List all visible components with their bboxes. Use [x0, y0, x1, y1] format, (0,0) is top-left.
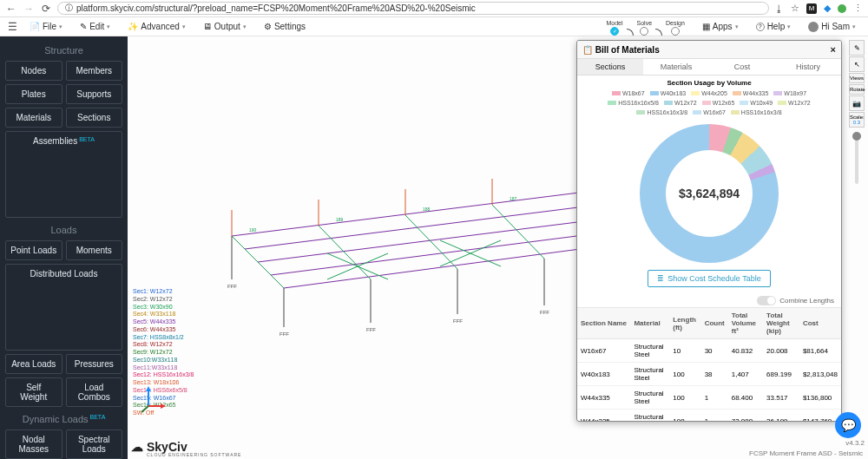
download-icon[interactable]: ⭳: [774, 3, 784, 14]
output-menu[interactable]: 🖥Output▾: [194, 22, 255, 31]
forward-button[interactable]: →: [23, 3, 35, 15]
extension-icon[interactable]: ◆: [824, 3, 831, 14]
chart-legend-item: W44x205: [691, 90, 727, 96]
table-header: Total Volume ft³: [728, 308, 763, 339]
views-button[interactable]: Views: [849, 73, 865, 83]
sections-button[interactable]: Sections: [66, 108, 123, 128]
section-legend-item: Sec8: W12x72: [133, 341, 194, 349]
tab-cost[interactable]: Cost: [709, 59, 775, 75]
url-text: platform.skyciv.com/structural/?preload_…: [76, 3, 476, 13]
app-toolbar: ☰ 📄File▾ ✎Edit▾ ✨Advanced▾ 🖥Output▾ ⚙Set…: [0, 17, 868, 36]
tab-history[interactable]: History: [775, 59, 841, 75]
table-row[interactable]: W44x335Structural Steel100168.40033.517$…: [577, 386, 841, 410]
pressures-button[interactable]: Pressures: [66, 354, 123, 374]
table-header: Cost: [799, 308, 841, 339]
profile-avatar[interactable]: [838, 4, 846, 13]
table-header: Length (ft): [669, 308, 700, 339]
svg-text:190: 190: [249, 227, 257, 233]
svg-text:188: 188: [423, 207, 431, 212]
logo-subtext: CLOUD ENGINEERING SOFTWARE: [147, 452, 241, 457]
pencil-tool-icon[interactable]: ✎: [849, 40, 865, 56]
chart-legend-item: W18x67: [612, 90, 645, 96]
view-rail: ✎ ↖ Views Rotate 📷 Scale:0.3: [849, 40, 865, 184]
chart-legend-item: W12x65: [702, 100, 735, 106]
nodal-masses-button[interactable]: Nodal Masses: [5, 429, 62, 459]
chart-legend-item: HSS16x16x3/8: [636, 109, 687, 115]
chart-legend-item: HSS16x16x3/8: [731, 109, 782, 115]
table-row[interactable]: W44x335Structural Steel108173.88036.199$…: [577, 410, 841, 422]
svg-marker-42: [161, 403, 166, 409]
user-menu[interactable]: Hi Sam▾: [799, 22, 865, 32]
materials-button[interactable]: Materials: [5, 108, 62, 128]
moments-button[interactable]: Moments: [66, 240, 123, 260]
sections-table: Section NameMaterialLength (ft)CountTota…: [577, 307, 841, 421]
section-legend-item: Sec11:W33x118: [133, 364, 194, 372]
chart-legend-item: HSS16x16x5/8: [608, 100, 659, 106]
area-loads-button[interactable]: Area Loads: [5, 354, 62, 374]
rotate-button[interactable]: Rotate: [849, 84, 865, 95]
table-header: Material: [630, 308, 669, 339]
section-legend-item: Sec10:W33x118: [133, 357, 194, 364]
bill-of-materials-panel: 📋 Bill of Materials × Sections Materials…: [576, 40, 842, 422]
donut-chart: $3,624,894: [640, 124, 779, 263]
help-menu[interactable]: ?Help▾: [747, 22, 800, 31]
svg-text:FFF: FFF: [366, 327, 376, 332]
bom-title: Bill of Materials: [595, 45, 660, 55]
apps-menu[interactable]: ▦Apps▾: [694, 22, 747, 31]
advanced-menu[interactable]: ✨Advanced▾: [119, 22, 194, 31]
scale-slider[interactable]: [855, 132, 858, 184]
menu-icon[interactable]: ⋮: [853, 3, 863, 14]
distributed-loads-button[interactable]: Distributed Loads: [5, 264, 122, 351]
menu-toggle-icon[interactable]: ☰: [3, 21, 21, 33]
plates-button[interactable]: Plates: [5, 84, 62, 104]
svg-text:189: 189: [336, 217, 344, 222]
section-legend-item: Sec6: W44x335: [133, 326, 194, 334]
file-menu[interactable]: 📄File▾: [21, 22, 71, 31]
section-legend-item: Sec9: W12x72: [133, 349, 194, 357]
svg-text:FFF: FFF: [540, 310, 549, 315]
edit-menu[interactable]: ✎Edit▾: [71, 22, 119, 31]
cloud-icon: ☁: [131, 440, 143, 454]
back-button[interactable]: ←: [5, 3, 17, 15]
load-combos-button[interactable]: Load Combos: [66, 377, 123, 407]
reload-button[interactable]: ⟳: [40, 3, 52, 15]
section-legend-item: Sec7: HSS8x8x1/2: [133, 334, 194, 342]
msd-design-dot[interactable]: [671, 27, 680, 36]
nodes-button[interactable]: Nodes: [5, 61, 62, 81]
table-header: Section Name: [577, 308, 630, 339]
point-loads-button[interactable]: Point Loads: [5, 240, 62, 260]
msd-solve-dot[interactable]: [640, 27, 648, 36]
browser-chrome: ← → ⟳ ⓘ platform.skyciv.com/structural/?…: [0, 0, 868, 17]
address-bar[interactable]: ⓘ platform.skyciv.com/structural/?preloa…: [57, 2, 769, 15]
chart-legend-item: W10x49: [740, 100, 773, 106]
section-legend-item: Sec12: HSS16x16x3/8: [133, 371, 194, 379]
tab-sections[interactable]: Sections: [577, 59, 643, 75]
combine-lengths-toggle[interactable]: [757, 296, 776, 305]
settings-menu[interactable]: ⚙Settings: [255, 22, 314, 31]
model-solve-design: Model Solve Design: [606, 18, 684, 36]
cursor-tool-icon[interactable]: ↖: [849, 56, 865, 72]
structure-heading: Structure: [5, 45, 122, 56]
supports-button[interactable]: Supports: [66, 84, 123, 104]
msd-model-dot[interactable]: [610, 27, 619, 36]
donut-center-value: $3,624,894: [666, 150, 753, 237]
tab-materials[interactable]: Materials: [643, 59, 709, 75]
table-row[interactable]: W40x183Structural Steel100381,407689.199…: [577, 363, 841, 386]
chart-legend: W18x67W40x183W44x205W44x335W18x97HSS16x1…: [577, 90, 841, 119]
close-icon[interactable]: ×: [831, 44, 836, 55]
show-cost-schedule-button[interactable]: ≣Show Cost Schedule Table: [648, 270, 770, 287]
extension-badge[interactable]: M: [806, 3, 817, 14]
assemblies-button[interactable]: AssembliesBETA: [5, 131, 122, 218]
table-row[interactable]: W16x67Structural Steel103040.83220.008$8…: [577, 339, 841, 363]
spectral-loads-button[interactable]: Spectral Loads: [66, 429, 123, 459]
chart-legend-item: W12x72: [664, 100, 697, 106]
loads-heading: Loads: [5, 225, 122, 235]
chat-bubble-icon[interactable]: 💬: [835, 412, 861, 438]
section-legend-item: Sec4: W33x118: [133, 311, 194, 318]
msd-solve-label: Solve: [637, 20, 653, 26]
camera-icon[interactable]: 📷: [849, 95, 865, 111]
self-weight-button[interactable]: Self Weight: [5, 377, 62, 407]
members-button[interactable]: Members: [66, 61, 123, 81]
star-icon[interactable]: ☆: [791, 3, 799, 14]
lock-icon: ⓘ: [65, 3, 73, 14]
